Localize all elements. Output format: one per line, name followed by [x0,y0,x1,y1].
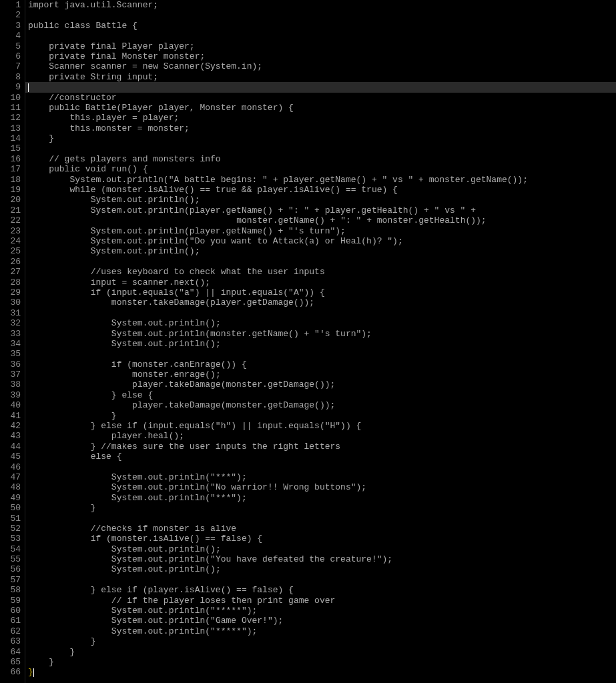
code-line[interactable]: } [25,636,616,646]
line-number: 51 [0,514,21,524]
code-line[interactable]: System.out.println("No warrior!! Wrong b… [25,482,616,492]
code-line[interactable]: System.out.println(); [25,339,616,349]
line-number: 23 [0,226,21,236]
code-line[interactable] [25,514,616,524]
code-line[interactable]: System.out.println("***"); [25,472,616,482]
line-number: 54 [0,544,21,554]
code-line[interactable]: System.out.println(); [25,564,616,574]
code-line[interactable]: import java.util.Scanner; [25,0,616,10]
code-line[interactable]: Scanner scanner = new Scanner(System.in)… [25,61,616,71]
code-line[interactable]: //constructor [25,93,616,103]
code-line[interactable] [25,462,616,472]
code-line[interactable]: } [25,133,616,143]
line-number: 18 [0,175,21,185]
text-cursor [28,83,29,92]
code-line[interactable]: if (input.equals("a") || input.equals("A… [25,287,616,297]
line-number: 44 [0,442,21,452]
code-line[interactable]: System.out.println("*****"); [25,626,616,636]
code-line[interactable]: player.takeDamage(monster.getDamage()); [25,380,616,390]
code-line[interactable]: System.out.println("***"); [25,493,616,503]
line-number: 21 [0,205,21,215]
line-number: 17 [0,164,21,174]
line-number: 59 [0,596,21,606]
line-number: 46 [0,462,21,472]
code-line[interactable]: System.out.println(monster.getName() + "… [25,329,616,339]
code-line[interactable]: } [25,647,616,657]
code-line[interactable]: System.out.println(); [25,318,616,328]
code-line[interactable]: System.out.println(); [25,246,616,256]
code-line[interactable]: public class Battle { [25,21,616,31]
code-line[interactable]: public void run() { [25,164,616,174]
code-line[interactable]: } [25,667,616,677]
code-line[interactable]: } [25,411,616,421]
code-line[interactable]: if (monster.canEnrage()) { [25,360,616,370]
code-line[interactable]: } else { [25,390,616,400]
line-number: 10 [0,93,21,103]
line-number: 64 [0,647,21,657]
line-number: 6 [0,51,21,61]
code-line[interactable]: private final Monster monster; [25,51,616,61]
line-number: 57 [0,575,21,585]
line-number: 2 [0,10,21,20]
code-line[interactable]: } //makes sure the user inputs the right… [25,442,616,452]
code-line[interactable]: player.heal(); [25,431,616,441]
line-number: 60 [0,606,21,616]
code-line[interactable]: else { [25,452,616,462]
line-number: 55 [0,554,21,564]
line-number: 13 [0,123,21,133]
line-number: 50 [0,503,21,513]
code-line[interactable] [25,143,616,153]
code-line[interactable]: System.out.println("You have defeated th… [25,554,616,564]
code-line[interactable]: monster.getName() + ": " + monster.getHe… [25,215,616,225]
code-line[interactable]: System.out.println(player.getName() + "'… [25,226,616,236]
code-line[interactable]: } else if (input.equals("h") || input.eq… [25,421,616,431]
code-line[interactable] [25,575,616,585]
code-editor[interactable]: 1234567891011121314151617181920212223242… [0,0,616,683]
code-line[interactable]: public Battle(Player player, Monster mon… [25,103,616,113]
line-number: 37 [0,370,21,380]
code-line[interactable]: System.out.println(); [25,195,616,205]
line-number: 22 [0,215,21,225]
code-line[interactable] [25,10,616,20]
code-line[interactable]: System.out.println("Game Over!"); [25,616,616,626]
line-number: 29 [0,287,21,297]
code-line[interactable]: } [25,657,616,667]
code-line[interactable]: if (monster.isAlive() == false) { [25,534,616,544]
code-line[interactable]: private String input; [25,72,616,82]
line-number: 49 [0,493,21,503]
code-line[interactable] [25,82,616,92]
line-number: 1 [0,0,21,10]
line-number: 30 [0,297,21,307]
line-number: 8 [0,72,21,82]
code-line[interactable]: player.takeDamage(monster.getDamage()); [25,400,616,410]
code-line[interactable]: // gets players and monsters info [25,154,616,164]
code-line[interactable]: monster.enrage(); [25,370,616,380]
code-line[interactable] [25,349,616,359]
line-number: 20 [0,195,21,205]
code-line[interactable]: } [25,503,616,513]
code-line[interactable]: System.out.println(); [25,544,616,554]
line-number: 33 [0,329,21,339]
code-line[interactable]: System.out.println("Do you want to Attac… [25,236,616,246]
line-number: 19 [0,185,21,195]
line-number: 11 [0,103,21,113]
code-line[interactable]: input = scanner.next(); [25,277,616,287]
code-line[interactable]: this.player = player; [25,113,616,123]
code-line[interactable]: System.out.println("A battle begins: " +… [25,175,616,185]
code-line[interactable]: monster.takeDamage(player.getDamage()); [25,297,616,307]
code-line[interactable] [25,257,616,267]
code-line[interactable] [25,31,616,41]
code-line[interactable]: private final Player player; [25,41,616,51]
line-number: 32 [0,318,21,328]
code-line[interactable]: System.out.println(player.getName() + ":… [25,205,616,215]
code-area[interactable]: import java.util.Scanner;public class Ba… [25,0,616,683]
code-line[interactable]: System.out.println("*****"); [25,606,616,616]
line-number: 45 [0,452,21,462]
code-line[interactable] [25,308,616,318]
code-line[interactable]: // if the player loses then print game o… [25,596,616,606]
code-line[interactable]: } else if (player.isAlive() == false) { [25,585,616,595]
code-line[interactable]: //checks if monster is alive [25,524,616,534]
code-line[interactable]: //uses keyboard to check what the user i… [25,267,616,277]
code-line[interactable]: this.monster = monster; [25,123,616,133]
code-line[interactable]: while (monster.isAlive() == true && play… [25,185,616,195]
